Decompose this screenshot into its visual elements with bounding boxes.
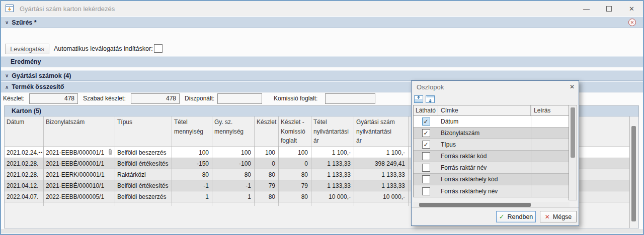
maximize-button[interactable]	[598, 1, 620, 16]
cell-tetel-ar: 1 133,33	[311, 169, 354, 180]
cell-bizonylatszam: 2021-EERK/000001/1	[44, 169, 115, 180]
title-bar: Gyártási szám karton lekérdezés — ✕	[1, 1, 643, 16]
x-icon: ✕	[545, 213, 550, 220]
visible-checkbox[interactable]	[422, 164, 430, 172]
col-header-datum[interactable]: Dátum	[5, 116, 44, 147]
cell-gysz-mennyiseg: -100	[212, 158, 255, 169]
cell-tetel-mennyiseg: 100	[172, 147, 212, 158]
cell-tetel-mennyiseg: 1	[172, 191, 212, 202]
komissio-foglalt-field[interactable]	[325, 93, 375, 104]
ok-button-label: Rendben	[508, 213, 533, 220]
cell-tetel-ar: 1 133,33	[311, 158, 354, 169]
cell-tetel-mennyiseg: -150	[172, 158, 212, 169]
col-header-gysz-mennyiseg[interactable]: Gy. sz. mennyiség	[212, 116, 255, 147]
move-column-up-icon[interactable]	[414, 95, 423, 103]
col-header-keszlet-komissio[interactable]: Készlet - Komissió foglalt	[279, 116, 311, 147]
cell-keszlet: 80	[255, 169, 279, 180]
grid-col-cimke[interactable]: Címke	[438, 105, 531, 115]
serials-section-title: Gyártási számok (4)	[12, 72, 71, 79]
visible-checkbox[interactable]	[422, 152, 430, 160]
columns-dialog: Oszlopok ✕ Láthat	[411, 80, 579, 226]
visible-checkbox[interactable]: ✓	[422, 141, 430, 149]
cell-gysz-mennyiseg: 80	[212, 169, 255, 180]
paperclip-icon	[108, 148, 113, 157]
cell-gyartasi-ar: 1 100,-	[354, 147, 409, 158]
filter-section-header[interactable]: ∨ Szűrés * ✕	[1, 17, 643, 28]
column-row[interactable]: Forrás raktárhely név	[414, 185, 569, 197]
auto-select-label: Automatikus leválogatás indításkor:	[54, 45, 153, 52]
dialog-footer: ✓ Rendben ✕ Mégse	[412, 207, 579, 225]
minimize-button[interactable]: —	[575, 1, 598, 16]
visible-checkbox[interactable]	[422, 175, 430, 183]
column-row[interactable]: ✓ Típus	[414, 139, 569, 151]
szabad-keszlet-label: Szabad készlet:	[83, 95, 126, 102]
visible-checkbox[interactable]	[422, 187, 430, 195]
serials-section-header[interactable]: ∨ Gyártási számok (4)	[1, 70, 643, 81]
visible-checkbox[interactable]: ✓	[422, 118, 430, 126]
result-section-title: Eredmény	[11, 58, 41, 65]
cell-keszlet-komissio: 79	[279, 180, 311, 191]
table-vertical-scrollbar[interactable]	[629, 116, 637, 228]
cell-gyartasi-ar: 398 249,41	[354, 158, 409, 169]
move-column-down-icon[interactable]	[426, 95, 435, 103]
scrollbar-thumb[interactable]	[571, 107, 575, 158]
cell-gysz-mennyiseg: 1	[212, 191, 255, 202]
grid-col-lathato[interactable]: Látható	[414, 105, 438, 115]
cell-keszlet-komissio: 80	[279, 191, 311, 202]
col-header-gyartasi-ar[interactable]: Gyártási szám nyilvántartási ár	[354, 116, 409, 147]
ellipsis-button[interactable]: •••	[38, 150, 44, 155]
ok-button[interactable]: ✓ Rendben	[496, 211, 536, 222]
levalogatas-button-label: Leválogatás	[10, 46, 44, 53]
cell-datum: 2021.02.28.	[5, 169, 44, 180]
cell-datum: 2022.04.07.	[5, 191, 44, 202]
cell-bizonylatszam: 2022-EEBB/000005/1	[44, 191, 115, 202]
cell-bizonylatszam: 2021-EEBB/000001/1	[46, 149, 104, 156]
column-description	[531, 185, 569, 197]
column-label: Forrás raktárhely név	[438, 188, 531, 195]
col-header-bizonylatszam[interactable]: Bizonylatszám	[44, 116, 115, 147]
cell-tetel-ar: 10 000,-	[311, 191, 354, 202]
col-header-tetel-ar[interactable]: Tétel nyilvántartási ár	[311, 116, 354, 147]
levalogatas-button[interactable]: Leválogatás	[5, 44, 49, 54]
column-row[interactable]: ✓ Bizonylatszám	[414, 128, 569, 139]
keszlet-field[interactable]: 478	[29, 93, 78, 104]
column-row[interactable]: ✓ Dátum	[414, 116, 569, 128]
column-label: Forrás raktár kód	[438, 153, 531, 160]
column-description	[531, 116, 569, 127]
szabad-keszlet-field[interactable]: 478	[131, 93, 180, 104]
cancel-button[interactable]: ✕ Mégse	[540, 211, 577, 222]
diszponalt-field[interactable]	[217, 93, 262, 104]
app-window-icon	[6, 5, 15, 13]
col-header-tetel-mennyiseg[interactable]: Tétel mennyiség	[172, 116, 212, 147]
cell-tetel-mennyiseg: -1	[172, 180, 212, 191]
keszlet-label: Készlet:	[3, 95, 25, 102]
scrollbar-thumb[interactable]	[419, 203, 531, 207]
dialog-vertical-scrollbar[interactable]	[569, 105, 577, 200]
cell-tipus: Belföldi beszerzés	[115, 191, 172, 202]
auto-select-checkbox[interactable]	[154, 44, 163, 53]
clear-filter-icon[interactable]: ✕	[628, 19, 636, 26]
visible-checkbox[interactable]: ✓	[422, 129, 430, 137]
column-row[interactable]: Forrás raktárhely kód	[414, 174, 569, 185]
col-header-tipus[interactable]: Típus	[115, 116, 172, 147]
close-button[interactable]: ✕	[620, 1, 643, 16]
cell-tipus: Belföldi beszerzés	[115, 147, 172, 158]
cell-datum: 2021.02.28.	[5, 158, 44, 169]
col-header-keszlet[interactable]: Készlet	[255, 116, 279, 147]
scrollbar-thumb[interactable]	[631, 126, 636, 221]
column-row[interactable]: Forrás raktár név	[414, 162, 569, 174]
cell-tipus: Belföldi értékesítés	[115, 158, 172, 169]
column-label: Forrás raktárhely kód	[438, 176, 531, 183]
cell-keszlet-komissio: 80	[279, 169, 311, 180]
chevron-down-icon: ∨	[5, 20, 9, 25]
cell-keszlet-komissio: 0	[279, 158, 311, 169]
column-row[interactable]: Forrás raktár kód	[414, 151, 569, 162]
dialog-title: Oszlopok	[417, 83, 444, 91]
karton-section-title: Karton (5)	[12, 107, 41, 114]
cell-bizonylatszam: 2021-EEBÉ/000001/1	[44, 158, 115, 169]
columns-grid: Látható Címke Leírás ✓ Dátum ✓ Bizonylat…	[413, 105, 570, 197]
dialog-close-icon[interactable]: ✕	[570, 83, 575, 90]
window-controls: — ✕	[575, 1, 643, 16]
cell-keszlet-komissio: 100	[279, 147, 311, 158]
grid-col-leiras[interactable]: Leírás	[531, 105, 569, 115]
